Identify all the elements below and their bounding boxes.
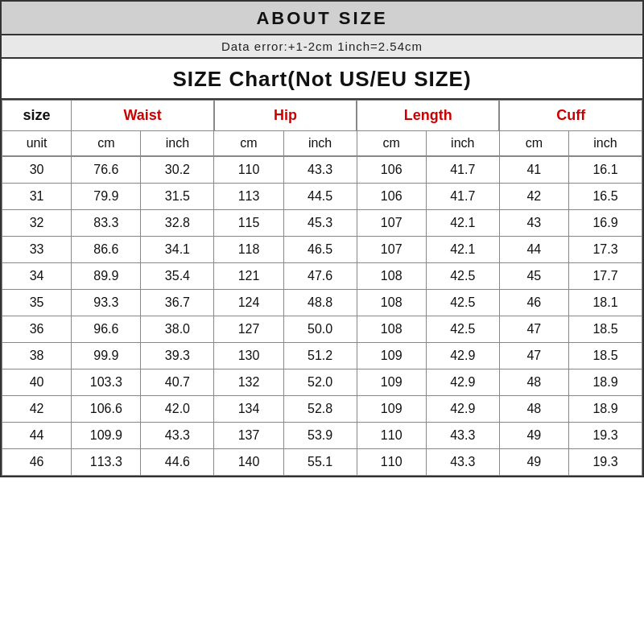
table-cell: 42.1 [426, 210, 499, 237]
table-cell: 44 [499, 237, 568, 263]
table-cell: 110 [214, 157, 283, 184]
table-cell: 34 [2, 263, 72, 290]
table-cell: 18.9 [568, 396, 642, 423]
table-row: 3076.630.211043.310641.74116.1 [2, 157, 642, 184]
table-cell: 34.1 [141, 237, 214, 263]
table-cell: 53.9 [283, 423, 357, 449]
table-cell: 47.6 [283, 263, 357, 290]
table-cell: 106 [357, 184, 426, 210]
table-cell: 36 [2, 316, 72, 343]
table-cell: 107 [357, 210, 426, 237]
table-cell: 35 [2, 290, 72, 316]
table-cell: 79.9 [72, 184, 141, 210]
table-cell: 18.5 [568, 343, 642, 369]
table-cell: 103.3 [72, 369, 141, 396]
table-cell: 48 [499, 369, 568, 396]
table-cell: 110 [357, 449, 426, 476]
table-cell: 83.3 [72, 210, 141, 237]
table-cell: 86.6 [72, 237, 141, 263]
table-cell: 134 [214, 396, 283, 423]
table-cell: 118 [214, 237, 283, 263]
table-cell: 42.0 [141, 396, 214, 423]
table-cell: 32.8 [141, 210, 214, 237]
table-cell: 110 [357, 423, 426, 449]
table-cell: 16.5 [568, 184, 642, 210]
table-cell: 50.0 [283, 316, 357, 343]
table-cell: 33 [2, 237, 72, 263]
table-cell: 93.3 [72, 290, 141, 316]
table-cell: 108 [357, 263, 426, 290]
table-cell: 16.9 [568, 210, 642, 237]
table-cell: 106.6 [72, 396, 141, 423]
table-cell: 43.3 [283, 157, 357, 184]
table-row: 3489.935.412147.610842.54517.7 [2, 263, 642, 290]
table-cell: 30.2 [141, 157, 214, 184]
table-cell: 113 [214, 184, 283, 210]
table-row: 46113.344.614055.111043.34919.3 [2, 449, 642, 476]
table-cell: 42.9 [426, 369, 499, 396]
size-chart-header: SIZE Chart(Not US/EU SIZE) [2, 59, 642, 100]
table-cell: 19.3 [568, 449, 642, 476]
table-cell: 18.1 [568, 290, 642, 316]
table-cell: 42.5 [426, 263, 499, 290]
table-cell: 38.0 [141, 316, 214, 343]
table-cell: 16.1 [568, 157, 642, 184]
cuff-inch-label: inch [568, 131, 642, 156]
table-cell: 42.9 [426, 343, 499, 369]
table-cell: 49 [499, 423, 568, 449]
table-cell: 121 [214, 263, 283, 290]
col-waist-label: Waist [72, 101, 214, 131]
table-cell: 109 [357, 343, 426, 369]
table-row: 40103.340.713252.010942.94818.9 [2, 369, 642, 396]
table-cell: 30 [2, 157, 72, 184]
table-cell: 45.3 [283, 210, 357, 237]
cuff-cm-label: cm [499, 131, 568, 156]
unit-label: unit [2, 131, 72, 156]
table-cell: 42.5 [426, 290, 499, 316]
table-cell: 89.9 [72, 263, 141, 290]
table-cell: 45 [499, 263, 568, 290]
table-row: 3899.939.313051.210942.94718.5 [2, 343, 642, 369]
table-cell: 55.1 [283, 449, 357, 476]
table-cell: 36.7 [141, 290, 214, 316]
unit-row: unit cm inch cm inch cm inch cm inch [2, 131, 642, 156]
table-cell: 31.5 [141, 184, 214, 210]
table-cell: 96.6 [72, 316, 141, 343]
table-cell: 44.6 [141, 449, 214, 476]
table-cell: 41.7 [426, 157, 499, 184]
table-cell: 109 [357, 396, 426, 423]
about-size-header: ABOUT SIZE [2, 2, 642, 35]
table-cell: 127 [214, 316, 283, 343]
table-cell: 132 [214, 369, 283, 396]
table-cell: 32 [2, 210, 72, 237]
hip-cm-label: cm [214, 131, 283, 156]
table-cell: 41 [499, 157, 568, 184]
table-cell: 40.7 [141, 369, 214, 396]
header-labels-row: size Waist Hip Length Cuff [2, 101, 642, 131]
table-cell: 108 [357, 316, 426, 343]
col-length-label: Length [357, 101, 499, 131]
table-cell: 140 [214, 449, 283, 476]
data-error-header: Data error:+1-2cm 1inch=2.54cm [2, 35, 642, 59]
table-cell: 107 [357, 237, 426, 263]
table-row: 44109.943.313753.911043.34919.3 [2, 423, 642, 449]
table-cell: 17.7 [568, 263, 642, 290]
table-row: 42106.642.013452.810942.94818.9 [2, 396, 642, 423]
page-wrapper: ABOUT SIZE Data error:+1-2cm 1inch=2.54c… [0, 0, 644, 477]
table-cell: 40 [2, 369, 72, 396]
table-cell: 124 [214, 290, 283, 316]
waist-inch-label: inch [141, 131, 214, 156]
len-cm-label: cm [357, 131, 426, 156]
table-row: 3593.336.712448.810842.54618.1 [2, 290, 642, 316]
table-cell: 106 [357, 157, 426, 184]
table-cell: 109.9 [72, 423, 141, 449]
waist-cm-label: cm [72, 131, 141, 156]
table-cell: 48 [499, 396, 568, 423]
size-table: size Waist Hip Length Cuff unit cm inch … [2, 100, 642, 156]
table-cell: 42.5 [426, 316, 499, 343]
table-cell: 108 [357, 290, 426, 316]
table-cell: 47 [499, 343, 568, 369]
table-cell: 18.9 [568, 369, 642, 396]
table-cell: 47 [499, 316, 568, 343]
len-inch-label: inch [426, 131, 499, 156]
